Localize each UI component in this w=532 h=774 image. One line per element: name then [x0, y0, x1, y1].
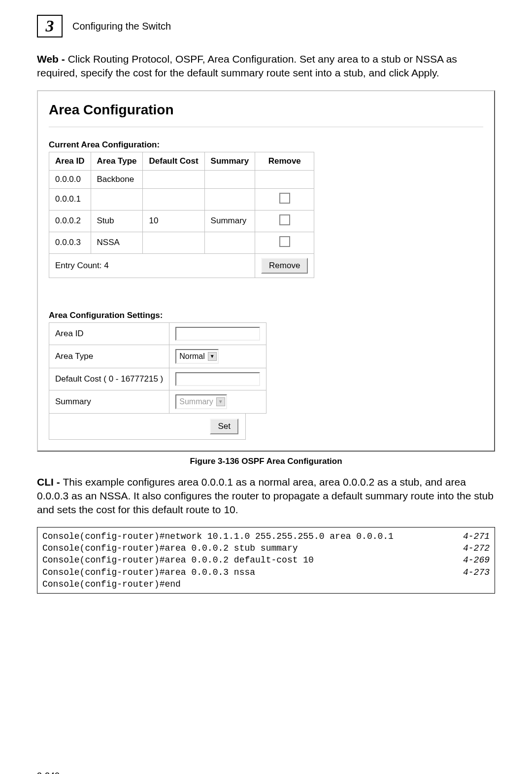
- default-cost-input[interactable]: [175, 372, 260, 386]
- settings-label: Area Configuration Settings:: [49, 311, 483, 320]
- cell-remove: [255, 170, 314, 188]
- col-default-cost: Default Cost: [143, 152, 204, 170]
- cli-cmd: Console(config-router)#network 10.1.1.0 …: [42, 530, 394, 542]
- cli-ref: 4-269: [463, 554, 490, 566]
- cli-cmd: Console(config-router)#area 0.0.0.2 defa…: [42, 554, 314, 566]
- area-id-input[interactable]: [175, 327, 260, 341]
- settings-table: Area ID Area Type Normal ▼ Default Cost …: [49, 322, 266, 414]
- cli-paragraph: CLI - This example configures area 0.0.0…: [37, 475, 495, 517]
- page-number: 3-240: [37, 771, 495, 774]
- area-type-select-value: Normal: [179, 352, 205, 361]
- cli-line: Console(config-router)#network 10.1.1.0 …: [42, 530, 490, 542]
- cli-ref: 4-271: [463, 530, 490, 542]
- cli-para-lead: CLI -: [37, 476, 63, 488]
- col-summary: Summary: [204, 152, 255, 170]
- area-config-panel: Area Configuration Current Area Configur…: [37, 90, 495, 452]
- set-button[interactable]: Set: [210, 419, 238, 434]
- summary-select-value: Summary: [179, 397, 213, 406]
- table-row: 0.0.0.1: [49, 188, 314, 210]
- chevron-down-icon: ▼: [208, 352, 217, 361]
- web-para-text: Click Routing Protocol, OSPF, Area Confi…: [37, 53, 457, 78]
- cell-area-id: 0.0.0.2: [49, 210, 91, 232]
- chapter-header: 3 Configuring the Switch: [37, 15, 495, 37]
- cli-ref: 4-272: [463, 542, 490, 554]
- summary-select: Summary ▼: [175, 394, 227, 409]
- chapter-title: Configuring the Switch: [72, 21, 171, 32]
- cell-summary: [204, 232, 255, 253]
- current-area-table: Area ID Area Type Default Cost Summary R…: [49, 152, 314, 278]
- cell-remove: [255, 232, 314, 253]
- cell-remove: [255, 210, 314, 232]
- cli-cmd: Console(config-router)#area 0.0.0.3 nssa: [42, 566, 255, 578]
- cell-default-cost: [143, 232, 204, 253]
- chapter-number-badge: 3: [37, 15, 63, 37]
- cell-area-id: 0.0.0.0: [49, 170, 91, 188]
- cli-line: Console(config-router)#end: [42, 578, 490, 590]
- cell-area-id: 0.0.0.3: [49, 232, 91, 253]
- chevron-down-icon: ▼: [216, 397, 225, 406]
- area-type-select[interactable]: Normal ▼: [175, 349, 219, 364]
- remove-checkbox[interactable]: [279, 193, 290, 204]
- settings-row-default-cost: Default Cost ( 0 - 16777215 ): [49, 368, 266, 390]
- cli-block: Console(config-router)#network 10.1.1.0 …: [37, 527, 495, 594]
- col-area-type: Area Type: [91, 152, 143, 170]
- settings-row-area-id: Area ID: [49, 322, 266, 345]
- table-row: 0.0.0.0 Backbone: [49, 170, 314, 188]
- remove-checkbox[interactable]: [279, 236, 290, 247]
- web-paragraph: Web - Click Routing Protocol, OSPF, Area…: [37, 52, 495, 80]
- entry-count: Entry Count: 4: [49, 253, 255, 278]
- panel-title: Area Configuration: [49, 102, 483, 118]
- remove-button[interactable]: Remove: [261, 258, 308, 274]
- cell-default-cost: [143, 170, 204, 188]
- cell-summary: Summary: [204, 210, 255, 232]
- table-header-row: Area ID Area Type Default Cost Summary R…: [49, 152, 314, 170]
- set-row: Set: [49, 414, 246, 440]
- figure-caption: Figure 3-136 OSPF Area Configuration: [37, 457, 495, 466]
- cell-summary: [204, 170, 255, 188]
- cell-default-cost: [143, 188, 204, 210]
- settings-area-id-label: Area ID: [49, 322, 169, 345]
- settings-default-cost-label: Default Cost ( 0 - 16777215 ): [49, 368, 169, 390]
- cli-para-text: This example configures area 0.0.0.1 as …: [37, 476, 494, 516]
- settings-row-area-type: Area Type Normal ▼: [49, 345, 266, 368]
- page: 3 Configuring the Switch Web - Click Rou…: [0, 0, 532, 774]
- remove-checkbox[interactable]: [279, 214, 290, 225]
- cell-area-type: [91, 188, 143, 210]
- cell-area-type: Backbone: [91, 170, 143, 188]
- cli-line: Console(config-router)#area 0.0.0.3 nssa…: [42, 566, 490, 578]
- col-remove: Remove: [255, 152, 314, 170]
- panel-divider: [49, 127, 483, 127]
- col-area-id: Area ID: [49, 152, 91, 170]
- web-para-lead: Web -: [37, 53, 68, 65]
- cli-ref: 4-273: [463, 566, 490, 578]
- settings-area-type-label: Area Type: [49, 345, 169, 368]
- cell-area-type: Stub: [91, 210, 143, 232]
- settings-summary-label: Summary: [49, 390, 169, 413]
- cli-cmd: Console(config-router)#end: [42, 578, 181, 590]
- cli-line: Console(config-router)#area 0.0.0.2 defa…: [42, 554, 490, 566]
- cell-area-id: 0.0.0.1: [49, 188, 91, 210]
- entry-count-row: Entry Count: 4 Remove: [49, 253, 314, 278]
- cli-line: Console(config-router)#area 0.0.0.2 stub…: [42, 542, 490, 554]
- table-row: 0.0.0.2 Stub 10 Summary: [49, 210, 314, 232]
- current-area-label: Current Area Configuration:: [49, 140, 483, 150]
- table-row: 0.0.0.3 NSSA: [49, 232, 314, 253]
- cli-cmd: Console(config-router)#area 0.0.0.2 stub…: [42, 542, 298, 554]
- cell-area-type: NSSA: [91, 232, 143, 253]
- settings-row-summary: Summary Summary ▼: [49, 390, 266, 413]
- cell-remove: [255, 188, 314, 210]
- cell-summary: [204, 188, 255, 210]
- cell-default-cost: 10: [143, 210, 204, 232]
